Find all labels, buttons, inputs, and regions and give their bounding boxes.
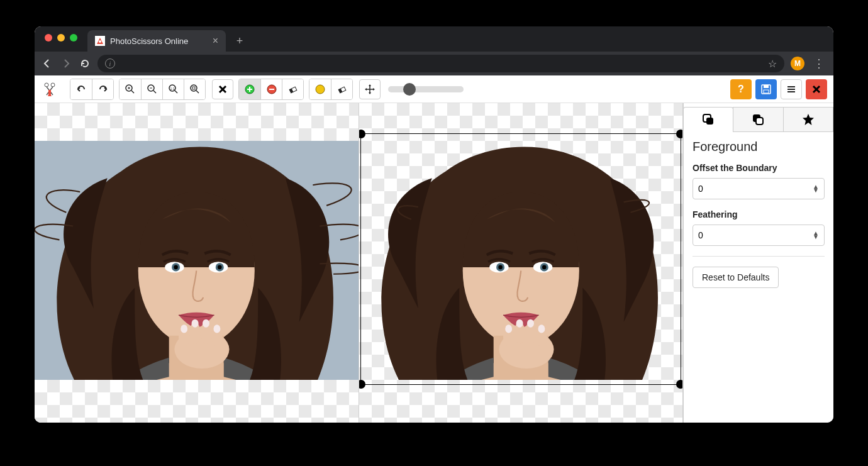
svg-line-13 (175, 91, 177, 93)
save-button[interactable] (755, 79, 777, 99)
move-tool-button[interactable] (359, 79, 381, 99)
omnibox[interactable]: i ☆ (97, 55, 784, 72)
svg-point-72 (527, 319, 534, 328)
tab-effects[interactable] (783, 107, 833, 132)
window-minimize-dot[interactable] (57, 34, 65, 42)
svg-point-55 (192, 319, 199, 328)
feathering-label: Feathering (693, 209, 825, 219)
zoom-in-button[interactable] (120, 79, 141, 99)
source-image (35, 141, 359, 380)
tab-close-icon[interactable]: × (213, 36, 218, 46)
nav-reload-icon[interactable] (79, 58, 91, 69)
window-zoom-dot[interactable] (70, 34, 77, 42)
browser-window: PhotoScissors Online × + i ☆ M ⋮ 1:1 (35, 26, 833, 423)
close-button[interactable] (806, 79, 827, 99)
tab-background[interactable] (733, 107, 783, 132)
profile-avatar[interactable]: M (791, 57, 804, 70)
favicon-icon (95, 36, 105, 46)
canvas-area (35, 103, 682, 423)
svg-point-57 (213, 325, 220, 333)
browser-addressbar: i ☆ M ⋮ (35, 52, 833, 75)
svg-point-3 (51, 83, 55, 87)
eraser-button[interactable] (282, 79, 303, 99)
svg-point-15 (191, 85, 197, 91)
window-traffic-lights (41, 26, 84, 52)
zoom-group: 1:1 (119, 79, 206, 100)
panel-body: Foreground Offset the Boundary 0 ▲▼ Feat… (684, 132, 833, 296)
svg-point-71 (516, 319, 523, 328)
offset-input[interactable]: 0 ▲▼ (693, 178, 825, 199)
site-info-icon[interactable]: i (105, 58, 115, 69)
reset-defaults-button[interactable]: Reset to Defaults (693, 267, 779, 288)
svg-rect-77 (756, 118, 763, 125)
svg-point-63 (498, 265, 503, 270)
window-close-dot[interactable] (45, 34, 52, 42)
nav-back-icon[interactable] (41, 58, 53, 69)
clear-marks-button[interactable] (212, 79, 233, 99)
result-image (359, 141, 683, 380)
brush-size-slider[interactable] (388, 86, 464, 92)
separator (693, 256, 825, 257)
offset-label: Offset the Boundary (693, 163, 825, 173)
add-background-button[interactable] (260, 79, 282, 99)
zoom-actual-button[interactable]: 1:1 (162, 79, 184, 99)
source-image-pane[interactable] (35, 103, 359, 423)
svg-point-56 (203, 319, 209, 328)
svg-point-73 (538, 325, 545, 333)
browser-tabbar: PhotoScissors Online × + (35, 26, 833, 52)
undo-redo-group (70, 79, 114, 100)
marker-tools-group (238, 79, 304, 100)
result-image-pane[interactable] (359, 103, 683, 423)
svg-line-10 (153, 91, 156, 93)
zoom-out-button[interactable] (141, 79, 162, 99)
redo-button[interactable] (92, 79, 113, 99)
browser-menu-icon[interactable]: ⋮ (811, 57, 827, 70)
zoom-fit-button[interactable] (184, 79, 205, 99)
app-logo-icon (41, 80, 58, 98)
svg-point-54 (181, 325, 187, 333)
svg-rect-75 (706, 118, 713, 125)
svg-rect-35 (764, 90, 769, 93)
offset-value: 0 (698, 184, 703, 194)
svg-rect-17 (192, 87, 195, 89)
main-area: Foreground Offset the Boundary 0 ▲▼ Feat… (35, 103, 833, 423)
svg-point-48 (218, 265, 222, 270)
hair-eraser-button[interactable] (331, 79, 352, 99)
tab-title: PhotoScissors Online (110, 36, 208, 46)
svg-point-27 (316, 85, 325, 94)
svg-point-1 (99, 40, 101, 43)
hair-tools-group (309, 79, 353, 100)
bookmark-star-icon[interactable]: ☆ (768, 58, 777, 70)
browser-tab[interactable]: PhotoScissors Online × (87, 30, 226, 52)
svg-line-6 (131, 91, 134, 93)
svg-point-64 (542, 265, 547, 270)
svg-rect-34 (764, 85, 769, 88)
stepper-icon[interactable]: ▲▼ (813, 231, 819, 239)
svg-marker-78 (803, 114, 814, 125)
svg-text:1:1: 1:1 (170, 86, 174, 90)
svg-line-16 (196, 91, 199, 93)
panel-tabs (684, 103, 833, 132)
nav-forward-icon[interactable] (60, 58, 72, 69)
tab-foreground[interactable] (683, 107, 733, 132)
hair-marker-button[interactable] (309, 79, 331, 99)
feathering-value: 0 (698, 230, 703, 240)
svg-point-70 (505, 325, 512, 333)
undo-button[interactable] (70, 79, 92, 99)
svg-point-47 (174, 265, 178, 270)
feathering-input[interactable]: 0 ▲▼ (693, 225, 825, 246)
menu-button[interactable] (781, 79, 802, 99)
help-button[interactable]: ? (730, 79, 752, 99)
properties-panel: Foreground Offset the Boundary 0 ▲▼ Feat… (682, 103, 833, 423)
add-foreground-button[interactable] (239, 79, 260, 99)
new-tab-button[interactable]: + (231, 32, 248, 50)
svg-text:?: ? (738, 84, 744, 94)
app-toolbar: 1:1 ? (35, 75, 833, 103)
svg-point-2 (45, 83, 48, 87)
panel-title: Foreground (693, 140, 825, 154)
stepper-icon[interactable]: ▲▼ (813, 185, 819, 192)
